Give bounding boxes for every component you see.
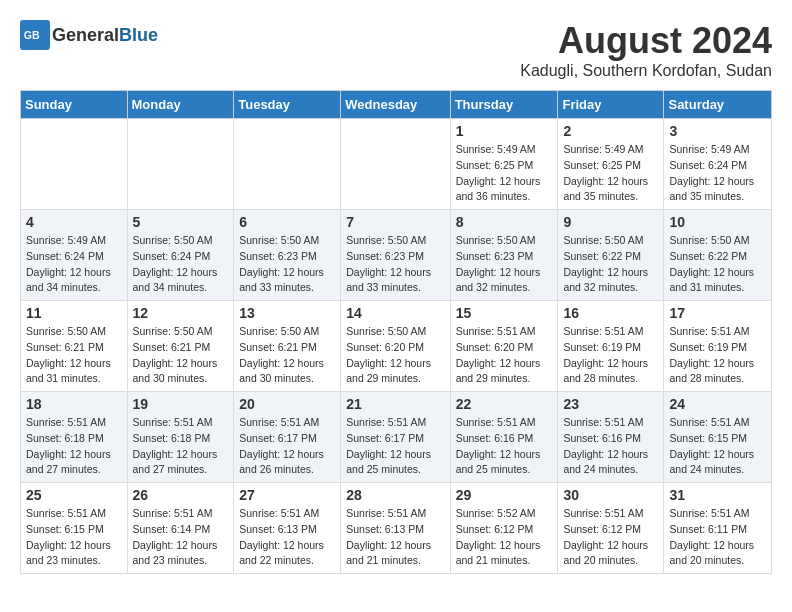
calendar-cell: 22Sunrise: 5:51 AMSunset: 6:16 PMDayligh… [450, 392, 558, 483]
day-number: 11 [26, 305, 122, 321]
calendar-header-row: SundayMondayTuesdayWednesdayThursdayFrid… [21, 91, 772, 119]
cell-info: Sunrise: 5:49 AMSunset: 6:24 PMDaylight:… [669, 142, 766, 205]
day-number: 17 [669, 305, 766, 321]
day-number: 20 [239, 396, 335, 412]
cell-info: Sunrise: 5:49 AMSunset: 6:24 PMDaylight:… [26, 233, 122, 296]
page-header: GB GeneralBlue August 2024 Kadugli, Sout… [20, 20, 772, 80]
header-friday: Friday [558, 91, 664, 119]
week-row-1: 1Sunrise: 5:49 AMSunset: 6:25 PMDaylight… [21, 119, 772, 210]
cell-info: Sunrise: 5:51 AMSunset: 6:13 PMDaylight:… [239, 506, 335, 569]
day-number: 28 [346, 487, 444, 503]
calendar-cell: 5Sunrise: 5:50 AMSunset: 6:24 PMDaylight… [127, 210, 234, 301]
cell-info: Sunrise: 5:52 AMSunset: 6:12 PMDaylight:… [456, 506, 553, 569]
month-year-title: August 2024 [520, 20, 772, 62]
cell-info: Sunrise: 5:50 AMSunset: 6:22 PMDaylight:… [669, 233, 766, 296]
day-number: 24 [669, 396, 766, 412]
day-number: 14 [346, 305, 444, 321]
calendar-cell: 13Sunrise: 5:50 AMSunset: 6:21 PMDayligh… [234, 301, 341, 392]
day-number: 22 [456, 396, 553, 412]
cell-info: Sunrise: 5:51 AMSunset: 6:19 PMDaylight:… [563, 324, 658, 387]
day-number: 8 [456, 214, 553, 230]
calendar-cell: 18Sunrise: 5:51 AMSunset: 6:18 PMDayligh… [21, 392, 128, 483]
cell-info: Sunrise: 5:49 AMSunset: 6:25 PMDaylight:… [563, 142, 658, 205]
calendar-cell [127, 119, 234, 210]
day-number: 2 [563, 123, 658, 139]
calendar-table: SundayMondayTuesdayWednesdayThursdayFrid… [20, 90, 772, 574]
calendar-cell: 14Sunrise: 5:50 AMSunset: 6:20 PMDayligh… [341, 301, 450, 392]
cell-info: Sunrise: 5:51 AMSunset: 6:17 PMDaylight:… [346, 415, 444, 478]
day-number: 23 [563, 396, 658, 412]
calendar-cell: 19Sunrise: 5:51 AMSunset: 6:18 PMDayligh… [127, 392, 234, 483]
calendar-cell: 15Sunrise: 5:51 AMSunset: 6:20 PMDayligh… [450, 301, 558, 392]
cell-info: Sunrise: 5:51 AMSunset: 6:20 PMDaylight:… [456, 324, 553, 387]
day-number: 10 [669, 214, 766, 230]
calendar-cell: 4Sunrise: 5:49 AMSunset: 6:24 PMDaylight… [21, 210, 128, 301]
cell-info: Sunrise: 5:50 AMSunset: 6:23 PMDaylight:… [346, 233, 444, 296]
calendar-cell: 27Sunrise: 5:51 AMSunset: 6:13 PMDayligh… [234, 483, 341, 574]
day-number: 6 [239, 214, 335, 230]
day-number: 18 [26, 396, 122, 412]
day-number: 25 [26, 487, 122, 503]
cell-info: Sunrise: 5:51 AMSunset: 6:17 PMDaylight:… [239, 415, 335, 478]
calendar-cell: 3Sunrise: 5:49 AMSunset: 6:24 PMDaylight… [664, 119, 772, 210]
cell-info: Sunrise: 5:51 AMSunset: 6:14 PMDaylight:… [133, 506, 229, 569]
header-tuesday: Tuesday [234, 91, 341, 119]
cell-info: Sunrise: 5:51 AMSunset: 6:16 PMDaylight:… [456, 415, 553, 478]
location-subtitle: Kadugli, Southern Kordofan, Sudan [520, 62, 772, 80]
calendar-cell: 31Sunrise: 5:51 AMSunset: 6:11 PMDayligh… [664, 483, 772, 574]
header-wednesday: Wednesday [341, 91, 450, 119]
logo-blue: Blue [119, 25, 158, 45]
header-sunday: Sunday [21, 91, 128, 119]
day-number: 1 [456, 123, 553, 139]
cell-info: Sunrise: 5:50 AMSunset: 6:23 PMDaylight:… [456, 233, 553, 296]
calendar-cell: 23Sunrise: 5:51 AMSunset: 6:16 PMDayligh… [558, 392, 664, 483]
cell-info: Sunrise: 5:50 AMSunset: 6:23 PMDaylight:… [239, 233, 335, 296]
calendar-cell: 11Sunrise: 5:50 AMSunset: 6:21 PMDayligh… [21, 301, 128, 392]
day-number: 16 [563, 305, 658, 321]
calendar-cell [21, 119, 128, 210]
cell-info: Sunrise: 5:51 AMSunset: 6:16 PMDaylight:… [563, 415, 658, 478]
cell-info: Sunrise: 5:51 AMSunset: 6:18 PMDaylight:… [133, 415, 229, 478]
calendar-cell: 6Sunrise: 5:50 AMSunset: 6:23 PMDaylight… [234, 210, 341, 301]
cell-info: Sunrise: 5:50 AMSunset: 6:21 PMDaylight:… [26, 324, 122, 387]
cell-info: Sunrise: 5:51 AMSunset: 6:18 PMDaylight:… [26, 415, 122, 478]
day-number: 4 [26, 214, 122, 230]
day-number: 7 [346, 214, 444, 230]
header-saturday: Saturday [664, 91, 772, 119]
day-number: 30 [563, 487, 658, 503]
cell-info: Sunrise: 5:49 AMSunset: 6:25 PMDaylight:… [456, 142, 553, 205]
cell-info: Sunrise: 5:51 AMSunset: 6:15 PMDaylight:… [26, 506, 122, 569]
calendar-cell [234, 119, 341, 210]
calendar-cell: 9Sunrise: 5:50 AMSunset: 6:22 PMDaylight… [558, 210, 664, 301]
cell-info: Sunrise: 5:50 AMSunset: 6:21 PMDaylight:… [239, 324, 335, 387]
week-row-4: 18Sunrise: 5:51 AMSunset: 6:18 PMDayligh… [21, 392, 772, 483]
cell-info: Sunrise: 5:50 AMSunset: 6:24 PMDaylight:… [133, 233, 229, 296]
calendar-cell: 29Sunrise: 5:52 AMSunset: 6:12 PMDayligh… [450, 483, 558, 574]
day-number: 26 [133, 487, 229, 503]
header-thursday: Thursday [450, 91, 558, 119]
calendar-cell: 21Sunrise: 5:51 AMSunset: 6:17 PMDayligh… [341, 392, 450, 483]
cell-info: Sunrise: 5:51 AMSunset: 6:13 PMDaylight:… [346, 506, 444, 569]
calendar-cell: 8Sunrise: 5:50 AMSunset: 6:23 PMDaylight… [450, 210, 558, 301]
week-row-3: 11Sunrise: 5:50 AMSunset: 6:21 PMDayligh… [21, 301, 772, 392]
day-number: 27 [239, 487, 335, 503]
calendar-cell: 24Sunrise: 5:51 AMSunset: 6:15 PMDayligh… [664, 392, 772, 483]
day-number: 5 [133, 214, 229, 230]
title-section: August 2024 Kadugli, Southern Kordofan, … [520, 20, 772, 80]
calendar-cell [341, 119, 450, 210]
calendar-cell: 12Sunrise: 5:50 AMSunset: 6:21 PMDayligh… [127, 301, 234, 392]
cell-info: Sunrise: 5:51 AMSunset: 6:11 PMDaylight:… [669, 506, 766, 569]
calendar-cell: 1Sunrise: 5:49 AMSunset: 6:25 PMDaylight… [450, 119, 558, 210]
logo: GB GeneralBlue [20, 20, 158, 50]
cell-info: Sunrise: 5:51 AMSunset: 6:15 PMDaylight:… [669, 415, 766, 478]
day-number: 15 [456, 305, 553, 321]
calendar-cell: 16Sunrise: 5:51 AMSunset: 6:19 PMDayligh… [558, 301, 664, 392]
logo-general: General [52, 25, 119, 45]
day-number: 3 [669, 123, 766, 139]
calendar-cell: 30Sunrise: 5:51 AMSunset: 6:12 PMDayligh… [558, 483, 664, 574]
cell-info: Sunrise: 5:50 AMSunset: 6:22 PMDaylight:… [563, 233, 658, 296]
calendar-cell: 20Sunrise: 5:51 AMSunset: 6:17 PMDayligh… [234, 392, 341, 483]
svg-text:GB: GB [24, 29, 40, 41]
day-number: 29 [456, 487, 553, 503]
day-number: 21 [346, 396, 444, 412]
